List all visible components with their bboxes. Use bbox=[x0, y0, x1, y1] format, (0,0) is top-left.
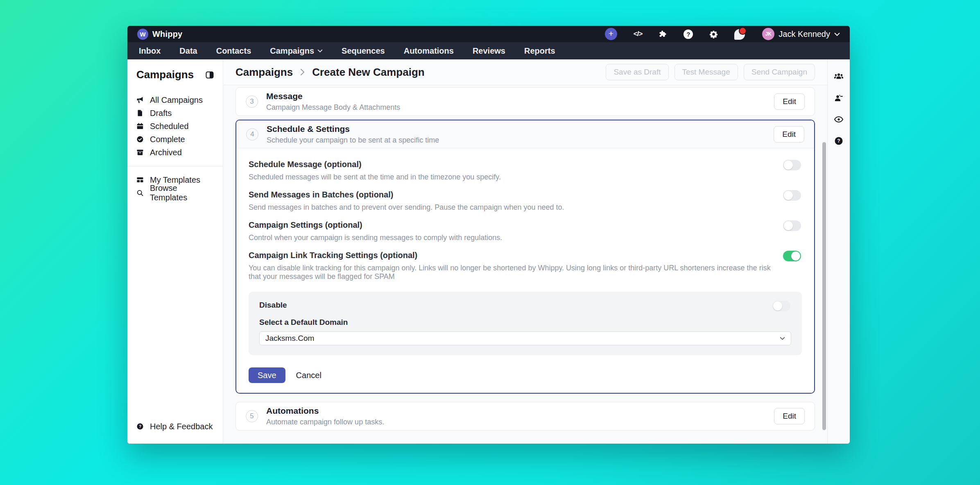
sidebar: Campaigns All Campaigns Drafts Scheduled… bbox=[127, 59, 223, 444]
sidebar-item-label: All Campaigns bbox=[150, 95, 203, 105]
disable-toggle[interactable] bbox=[772, 301, 790, 311]
sidebar-item-help-feedback[interactable]: ? Help & Feedback bbox=[136, 420, 214, 433]
nav-reviews[interactable]: Reviews bbox=[473, 46, 505, 56]
setting-description: Control when your campaign is sending me… bbox=[249, 233, 773, 242]
nav-automations[interactable]: Automations bbox=[404, 46, 454, 56]
calendar-icon bbox=[136, 122, 144, 130]
selected-domain-value: Jacksms.Com bbox=[265, 334, 314, 343]
help-icon[interactable]: ? bbox=[684, 29, 693, 39]
help-icon: ? bbox=[136, 423, 144, 430]
sidebar-title: Campaigns bbox=[136, 68, 194, 81]
brand[interactable]: W Whippy bbox=[137, 29, 182, 40]
breadcrumb-campaigns[interactable]: Campaigns bbox=[235, 66, 293, 79]
send-batches-toggle[interactable] bbox=[783, 190, 801, 201]
team-members-icon[interactable] bbox=[834, 73, 844, 81]
app-window: W Whippy + </> ? JK Jack Kennedy bbox=[127, 26, 850, 444]
svg-text:?: ? bbox=[139, 424, 141, 429]
save-button[interactable]: Save bbox=[249, 367, 285, 383]
setting-label: Campaign Settings (optional) bbox=[249, 220, 773, 230]
collapse-sidebar-icon[interactable] bbox=[206, 71, 214, 79]
sidebar-item-label: Scheduled bbox=[150, 122, 189, 131]
search-icon bbox=[136, 189, 144, 197]
settings-gear-icon[interactable] bbox=[709, 30, 718, 39]
user-menu[interactable]: JK Jack Kennedy bbox=[762, 28, 840, 40]
step-number: 5 bbox=[246, 410, 258, 422]
help-circle-icon[interactable]: ? bbox=[834, 136, 843, 145]
step-title: Message bbox=[266, 91, 400, 101]
templates-icon bbox=[136, 176, 144, 184]
setting-label: Schedule Message (optional) bbox=[249, 160, 773, 169]
sidebar-divider bbox=[127, 166, 223, 166]
campaign-settings-toggle[interactable] bbox=[783, 220, 801, 231]
chevron-down-icon bbox=[834, 32, 840, 36]
disable-row: Disable bbox=[259, 301, 791, 310]
default-domain-select[interactable]: Jacksms.Com bbox=[259, 331, 791, 345]
step-subtitle: Campaign Message Body & Attachments bbox=[266, 103, 400, 112]
setting-description: Scheduled messages will be sent at the t… bbox=[249, 173, 773, 181]
create-new-button[interactable]: + bbox=[605, 28, 617, 40]
sidebar-item-all-campaigns[interactable]: All Campaigns bbox=[136, 93, 214, 107]
sidebar-item-label: Complete bbox=[150, 135, 185, 144]
developer-code-icon[interactable]: </> bbox=[634, 30, 643, 38]
preview-eye-icon[interactable] bbox=[834, 116, 844, 123]
send-batches-row: Send Messages in Batches (optional) Send… bbox=[249, 190, 802, 212]
sidebar-item-label: Help & Feedback bbox=[150, 422, 213, 431]
nav-campaigns[interactable]: Campaigns bbox=[270, 46, 323, 56]
cancel-button[interactable]: Cancel bbox=[296, 371, 321, 380]
disable-label: Disable bbox=[259, 301, 763, 310]
step-title: Automations bbox=[266, 406, 384, 416]
remove-contact-icon[interactable] bbox=[834, 94, 843, 102]
nav-data[interactable]: Data bbox=[179, 46, 197, 56]
link-tracking-row: Campaign Link Tracking Settings (optiona… bbox=[249, 251, 802, 281]
send-campaign-button[interactable]: Send Campaign bbox=[744, 64, 815, 80]
link-tracking-toggle[interactable] bbox=[783, 251, 801, 261]
nav-sequences[interactable]: Sequences bbox=[342, 46, 385, 56]
sidebar-item-complete[interactable]: Complete bbox=[136, 133, 214, 146]
check-circle-icon bbox=[136, 136, 144, 143]
chevron-right-icon bbox=[300, 68, 305, 76]
campaign-settings-row: Campaign Settings (optional) Control whe… bbox=[249, 220, 802, 242]
sidebar-item-label: Browse Templates bbox=[150, 184, 214, 202]
edit-schedule-button[interactable]: Edit bbox=[774, 126, 804, 143]
megaphone-icon bbox=[136, 96, 144, 104]
automations-step-card: 5 Automations Automate campaign follow u… bbox=[235, 402, 815, 431]
test-message-button[interactable]: Test Message bbox=[674, 64, 738, 80]
notifications-chat-icon[interactable] bbox=[734, 28, 746, 40]
sidebar-item-label: Archived bbox=[150, 148, 182, 157]
setting-label: Send Messages in Batches (optional) bbox=[249, 190, 773, 199]
notification-badge bbox=[739, 27, 747, 35]
edit-message-button[interactable]: Edit bbox=[774, 93, 805, 110]
edit-automations-button[interactable]: Edit bbox=[774, 408, 805, 424]
sidebar-item-label: Drafts bbox=[150, 109, 172, 118]
vertical-scrollbar[interactable] bbox=[822, 142, 826, 430]
nav-contacts[interactable]: Contacts bbox=[216, 46, 251, 56]
schedule-message-toggle[interactable] bbox=[783, 160, 801, 170]
top-navbar: W Whippy + </> ? JK Jack Kennedy bbox=[127, 26, 850, 42]
message-step-card: 3 Message Campaign Message Body & Attach… bbox=[235, 87, 815, 116]
link-tracking-panel: Disable Select a Default Domain Jacksms.… bbox=[249, 292, 802, 355]
integrations-puzzle-icon[interactable] bbox=[659, 30, 667, 39]
nav-inbox[interactable]: Inbox bbox=[139, 46, 161, 56]
save-as-draft-button[interactable]: Save as Draft bbox=[606, 64, 668, 80]
draft-icon bbox=[136, 109, 144, 117]
whippy-logo-icon: W bbox=[137, 29, 148, 40]
sidebar-item-drafts[interactable]: Drafts bbox=[136, 107, 214, 120]
sidebar-item-scheduled[interactable]: Scheduled bbox=[136, 120, 214, 133]
avatar: JK bbox=[762, 28, 774, 40]
archive-icon bbox=[136, 149, 144, 156]
page-header: Campaigns Create New Campaign Save as Dr… bbox=[223, 59, 827, 85]
sidebar-item-browse-templates[interactable]: Browse Templates bbox=[136, 186, 214, 199]
chevron-down-icon bbox=[317, 49, 323, 52]
content-scroll-area: 3 Message Campaign Message Body & Attach… bbox=[223, 85, 827, 444]
right-icon-rail: ? bbox=[827, 59, 850, 444]
user-name: Jack Kennedy bbox=[779, 29, 830, 39]
nav-reports[interactable]: Reports bbox=[524, 46, 555, 56]
step-title: Schedule & Settings bbox=[267, 124, 439, 134]
step-subtitle: Schedule your campaign to be sent at a s… bbox=[267, 136, 439, 145]
setting-description: Send messages in batches and to prevent … bbox=[249, 203, 773, 212]
sidebar-item-archived[interactable]: Archived bbox=[136, 146, 214, 159]
setting-label: Campaign Link Tracking Settings (optiona… bbox=[249, 251, 773, 260]
main-area: Campaigns Create New Campaign Save as Dr… bbox=[223, 59, 827, 444]
svg-text:?: ? bbox=[837, 138, 840, 144]
main-nav: Inbox Data Contacts Campaigns Sequences … bbox=[127, 42, 850, 59]
